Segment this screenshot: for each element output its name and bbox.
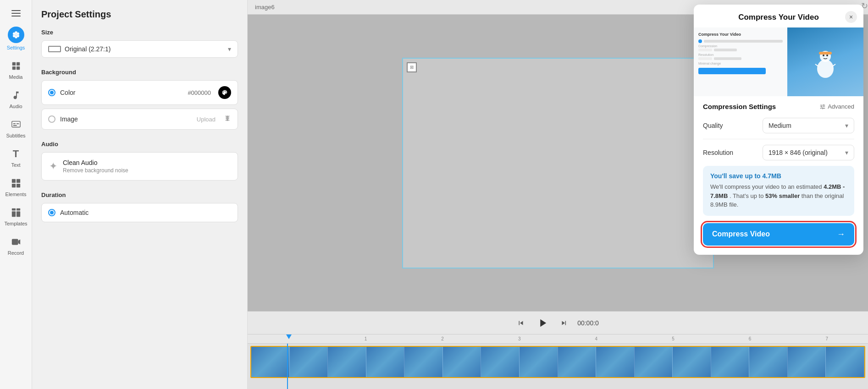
record-icon bbox=[10, 236, 22, 248]
thumbnail-7 bbox=[481, 347, 520, 377]
svg-rect-10 bbox=[16, 123, 18, 124]
ruler-marks: 1 2 3 4 5 6 7 bbox=[250, 336, 865, 341]
thumbnail-10 bbox=[596, 347, 635, 377]
duration-automatic-label: Automatic bbox=[60, 209, 88, 216]
thumbnail-8 bbox=[520, 347, 558, 377]
sidebar-item-label-subtitles: Subtitles bbox=[6, 133, 25, 138]
sidebar-item-label-templates: Templates bbox=[4, 221, 27, 226]
clean-audio-card[interactable]: ✦ Clean Audio Remove background noise bbox=[41, 152, 238, 181]
timeline-area: 1 2 3 4 5 6 7 bbox=[248, 334, 868, 389]
upload-text: Upload bbox=[197, 116, 216, 123]
upload-icon[interactable] bbox=[224, 115, 231, 124]
forward-button[interactable] bbox=[560, 319, 568, 327]
video-thumbnail bbox=[787, 27, 864, 96]
compress-video-button[interactable]: Compress Video → bbox=[703, 223, 854, 246]
audio-icon bbox=[10, 89, 22, 102]
compress-btn-arrow-icon: → bbox=[837, 230, 845, 239]
advanced-link-label: Advanced bbox=[828, 103, 854, 110]
thumbnail-5 bbox=[404, 347, 443, 377]
size-dropdown[interactable]: Original (2.27:1) ▾ bbox=[41, 40, 238, 58]
quality-chevron-icon: ▾ bbox=[845, 122, 848, 129]
svg-rect-5 bbox=[16, 62, 19, 66]
color-option[interactable]: Color #000000 bbox=[41, 80, 238, 105]
thumbnail-3 bbox=[328, 347, 366, 377]
play-button[interactable] bbox=[534, 315, 551, 331]
media-icon bbox=[10, 60, 22, 72]
svg-rect-8 bbox=[11, 121, 20, 127]
sidebar-item-elements[interactable]: Elements bbox=[0, 172, 32, 202]
templates-icon bbox=[10, 206, 22, 219]
modal-title: Compress Your Video bbox=[738, 13, 819, 22]
background-section-label: Background bbox=[41, 69, 238, 76]
quality-row: Quality Medium ▾ bbox=[703, 118, 854, 133]
svg-point-3 bbox=[15, 34, 17, 36]
ruler-mark-5: 5 bbox=[635, 336, 712, 341]
quality-dropdown[interactable]: Medium ▾ bbox=[763, 118, 854, 133]
svg-rect-11 bbox=[13, 125, 17, 126]
svg-rect-25 bbox=[819, 52, 832, 55]
modal-close-button[interactable]: × bbox=[845, 11, 857, 23]
image-option[interactable]: Image Upload bbox=[41, 109, 238, 130]
playback-bar: 00:00:0 bbox=[248, 311, 868, 334]
color-radio-button[interactable] bbox=[48, 89, 55, 96]
ruler-mark-7: 7 bbox=[788, 336, 865, 341]
svg-rect-15 bbox=[16, 184, 20, 187]
text-icon: T bbox=[10, 148, 22, 160]
size-dropdown-value: Original (2.27:1) bbox=[65, 45, 228, 53]
sidebar-item-templates[interactable]: Templates bbox=[0, 202, 32, 231]
elements-icon bbox=[10, 177, 22, 190]
sidebar-item-audio[interactable]: Audio bbox=[0, 84, 32, 114]
sidebar-item-label-text: Text bbox=[11, 162, 20, 168]
settings-panel-title: Project Settings bbox=[41, 9, 238, 20]
image-label: Image bbox=[60, 115, 78, 123]
timeline-track[interactable] bbox=[248, 344, 868, 380]
ruler-mark-1: 1 bbox=[327, 336, 404, 341]
color-picker-button[interactable] bbox=[218, 86, 231, 99]
advanced-link[interactable]: Advanced bbox=[819, 103, 854, 110]
modal-body: Compression Settings Advanced Quality Me… bbox=[694, 96, 863, 160]
sidebar-item-label-record: Record bbox=[8, 250, 24, 256]
clean-audio-title: Clean Audio bbox=[63, 159, 128, 166]
rewind-button[interactable] bbox=[517, 319, 525, 327]
sidebar-item-settings[interactable]: Settings bbox=[0, 22, 32, 55]
compress-button-label: Compress Video bbox=[712, 230, 770, 238]
svg-rect-4 bbox=[12, 62, 15, 66]
savings-text-part2: . That's up to bbox=[730, 192, 764, 199]
svg-rect-14 bbox=[11, 184, 15, 187]
resolution-value: 1918 × 846 (original) bbox=[768, 149, 828, 156]
canvas-frame: ⊠ bbox=[402, 58, 714, 268]
svg-rect-9 bbox=[13, 123, 15, 124]
divider-1 bbox=[703, 139, 854, 139]
compression-settings-title: Compression Settings bbox=[703, 103, 776, 110]
thumbnail-9 bbox=[558, 347, 597, 377]
thumbnail-12 bbox=[673, 347, 711, 377]
compression-header: Compression Settings Advanced bbox=[703, 103, 854, 110]
thumbnail-16 bbox=[826, 347, 864, 377]
svg-rect-12 bbox=[11, 179, 15, 183]
sidebar-item-label-audio: Audio bbox=[9, 104, 22, 109]
sidebar-item-media[interactable]: Media bbox=[0, 55, 32, 84]
sidebar-item-label-elements: Elements bbox=[6, 192, 27, 197]
savings-text: We'll compress your video to an estimate… bbox=[710, 182, 847, 209]
savings-title: You'll save up to 4.7MB bbox=[710, 172, 847, 180]
timeline-thumbnails[interactable] bbox=[250, 346, 865, 378]
image-radio-button[interactable] bbox=[48, 115, 55, 123]
hamburger-button[interactable] bbox=[0, 5, 32, 22]
clean-audio-text: Clean Audio Remove background noise bbox=[63, 159, 128, 174]
resolution-dropdown[interactable]: 1918 × 846 (original) ▾ bbox=[763, 145, 854, 160]
sidebar-item-label-settings: Settings bbox=[7, 45, 25, 50]
ruler-mark-6: 6 bbox=[712, 336, 789, 341]
canvas-tab-label: image6 bbox=[255, 4, 275, 11]
sidebar-item-text[interactable]: T Text bbox=[0, 143, 32, 172]
thumbnail-4 bbox=[366, 347, 405, 377]
modal-preview-left: Compress Your Video Compression Resoluti… bbox=[694, 27, 787, 96]
sidebar-item-record[interactable]: Record bbox=[0, 231, 32, 260]
sidebar-item-subtitles[interactable]: Subtitles bbox=[0, 114, 32, 143]
duration-automatic-option[interactable]: Automatic bbox=[41, 203, 238, 222]
svg-rect-2 bbox=[11, 16, 21, 16]
duration-radio-button[interactable] bbox=[48, 209, 55, 216]
clean-audio-subtitle: Remove background noise bbox=[63, 167, 128, 174]
modal-preview: Compress Your Video Compression Resoluti… bbox=[694, 27, 863, 96]
svg-point-23 bbox=[823, 55, 824, 56]
color-label: Color bbox=[60, 89, 75, 96]
